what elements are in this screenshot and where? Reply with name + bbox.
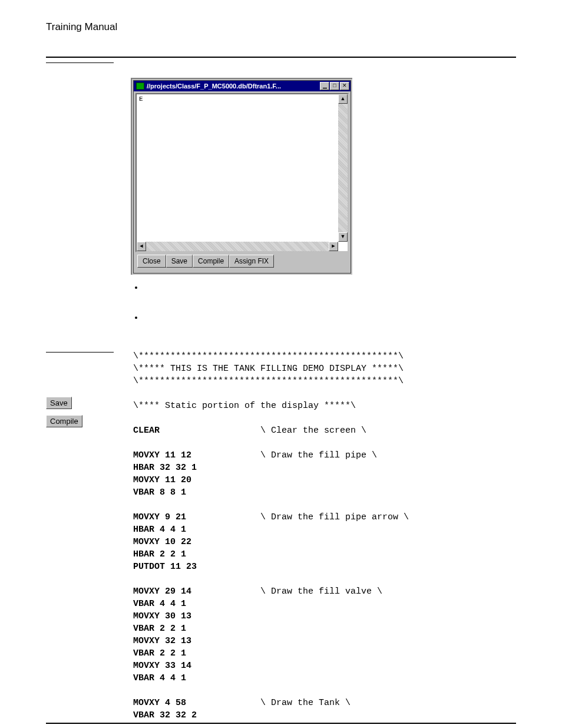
code-listing: \***************************************…	[133, 350, 516, 722]
scroll-right-icon[interactable]: ►	[329, 242, 338, 251]
app-icon	[136, 83, 144, 90]
code-fa1-c: \ Draw the fill pipe arrow \	[260, 512, 409, 522]
rule-top	[46, 57, 516, 58]
page-header: Training Manual	[46, 21, 516, 33]
code-tk2: VBAR 32 32 2	[133, 710, 197, 720]
minimize-button[interactable]: ▁	[320, 82, 329, 90]
window-title: //projects/Class/F_P_MC5000.db/Dftran1.F…	[147, 82, 320, 90]
close-window-button[interactable]: ✕	[340, 82, 349, 90]
code-tk1: MOVXY 4 58	[133, 698, 186, 708]
code-fa3: MOVXY 10 22	[133, 537, 191, 547]
code-clear: CLEAR	[133, 426, 160, 436]
code-fp2: HBAR 32 32 1	[133, 463, 197, 473]
window-assignfix-button[interactable]: Assign FIX	[229, 255, 274, 268]
code-sep1: \***************************************…	[133, 351, 404, 361]
editor-content: E	[137, 94, 348, 104]
code-static: \**** Static portion of the display ****…	[133, 401, 356, 411]
bullet-1	[144, 283, 516, 292]
save-button[interactable]: Save	[46, 397, 72, 409]
horizontal-scrollbar[interactable]: ◄ ►	[137, 242, 338, 251]
code-title: \***** THIS IS THE TANK FILLING DEMO DIS…	[133, 364, 404, 374]
code-fp1-c: \ Draw the fill pipe \	[260, 450, 377, 460]
code-fv6: VBAR 2 2 1	[133, 648, 186, 658]
code-fv1: MOVXY 29 14	[133, 587, 191, 597]
code-fa5: PUTDOT 11 23	[133, 562, 197, 572]
scroll-up-icon[interactable]: ▲	[338, 94, 348, 104]
editor-window: //projects/Class/F_P_MC5000.db/Dftran1.F…	[133, 80, 351, 274]
bullet-2	[144, 313, 516, 322]
code-fp1: MOVXY 11 12	[133, 450, 191, 460]
code-fp4: VBAR 8 8 1	[133, 487, 186, 498]
code-fv7: MOVXY 33 14	[133, 661, 191, 671]
code-fa4: HBAR 2 2 1	[133, 549, 186, 559]
compile-button[interactable]: Compile	[46, 415, 82, 427]
code-fa1: MOVXY 9 21	[133, 512, 186, 522]
vertical-scrollbar[interactable]: ▲ ▼	[338, 94, 348, 242]
window-save-button[interactable]: Save	[166, 255, 193, 268]
code-tk1-c: \ Draw the Tank \	[260, 698, 351, 708]
scroll-left-icon[interactable]: ◄	[137, 242, 146, 251]
maximize-button[interactable]: □	[330, 82, 339, 90]
rule-bottom	[46, 723, 516, 724]
code-fv3: MOVXY 30 13	[133, 611, 191, 621]
bullet-list	[133, 283, 516, 322]
code-fv8: VBAR 4 4 1	[133, 673, 186, 683]
window-compile-button[interactable]: Compile	[193, 255, 229, 268]
window-close-button[interactable]: Close	[137, 255, 166, 268]
code-fv4: VBAR 2 2 1	[133, 624, 186, 634]
code-sep2: \***************************************…	[133, 376, 404, 386]
code-fa2: HBAR 4 4 1	[133, 525, 186, 535]
code-fv1-c: \ Draw the fill valve \	[260, 587, 382, 597]
text-editor[interactable]: E ▲ ▼ ◄ ►	[135, 93, 349, 252]
code-clear-c: \ Clear the screen \	[260, 426, 366, 436]
code-fp3: MOVXY 11 20	[133, 475, 191, 485]
code-fv2: VBAR 4 4 1	[133, 599, 186, 609]
scroll-down-icon[interactable]: ▼	[338, 232, 348, 242]
code-fv5: MOVXY 32 13	[133, 636, 191, 646]
